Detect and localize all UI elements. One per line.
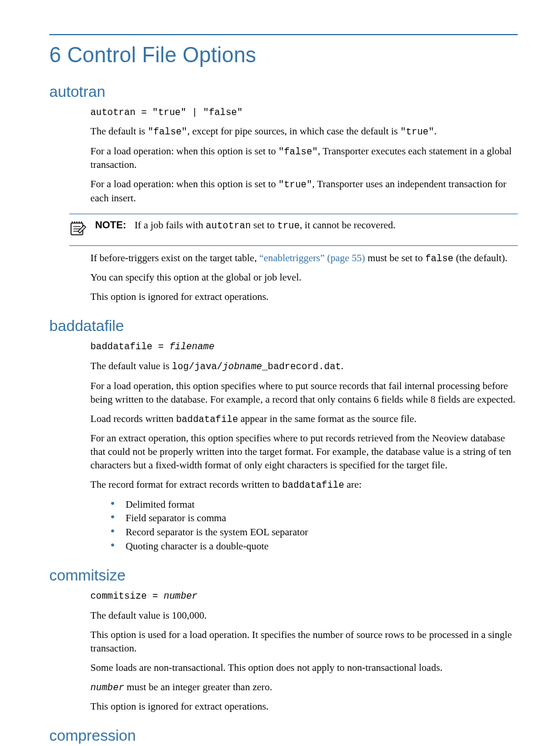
section-heading-commitsize: commitsize [49, 565, 518, 586]
code: baddatafile [282, 480, 345, 491]
text: must be an integer greater than zero. [124, 681, 272, 693]
syntax-autotran: autotran = "true" | "false" [90, 107, 518, 120]
section-heading-baddatafile: baddatafile [49, 316, 518, 336]
link-enabletriggers[interactable]: “enabletriggers” (page 55) [259, 252, 365, 264]
text: are: [344, 479, 362, 490]
ital: jobname [222, 362, 262, 372]
para: The record format for extract records wr… [90, 478, 518, 492]
code: log/java/ [172, 362, 222, 372]
section-body-autotran: autotran = "true" | "false" The default … [90, 107, 518, 205]
para: For a load operation: when this option i… [90, 145, 518, 173]
text: commitsize = [90, 591, 164, 602]
section-body-autotran-2: If before-triggers exist on the target t… [90, 252, 518, 304]
ital: number [90, 683, 124, 693]
text: set to [251, 220, 277, 231]
section-heading-autotran: autotran [49, 82, 518, 102]
list-item: Delimited format [107, 498, 518, 512]
chapter-title: 6 Control File Options [49, 41, 518, 70]
para: This option is used for a load operation… [90, 629, 518, 656]
para: The default value is 100,000. [90, 609, 518, 623]
para: For a load operation, this option specif… [90, 380, 518, 407]
section-heading-compression: compression [49, 725, 518, 746]
code: true [277, 221, 299, 231]
section-body-commitsize: commitsize = number The default value is… [90, 590, 518, 714]
text: baddatafile = [90, 342, 169, 352]
list-item: Quoting character is a double-quote [107, 540, 518, 553]
para: The default value is log/java/jobname_ba… [90, 360, 518, 374]
para: For an extract operation, this option sp… [90, 432, 518, 472]
code: "true" [278, 180, 312, 190]
note-text: NOTE: If a job fails with autotran set t… [95, 219, 518, 233]
para: If before-triggers exist on the target t… [90, 252, 518, 266]
text: The default value is [90, 360, 172, 372]
text: must be set to [365, 252, 425, 264]
ital: filename [169, 342, 214, 352]
section-body-baddatafile: baddatafile = filename The default value… [90, 341, 518, 553]
text: (the default). [453, 252, 507, 264]
code: "false" [148, 127, 187, 137]
para: You can specify this option at the globa… [90, 271, 518, 285]
note-label: NOTE: [95, 220, 126, 231]
text: , except for pipe sources, in which case… [187, 126, 400, 137]
code: _badrecord.dat [262, 362, 340, 372]
code: false [425, 254, 453, 264]
text: The default is [90, 126, 148, 137]
code: autotran [205, 221, 251, 231]
text: Load records written [90, 413, 176, 424]
para: number must be an integer greater than z… [90, 681, 518, 695]
text: For a load operation: when this option i… [90, 146, 278, 157]
text: The record format for extract records wr… [90, 479, 282, 490]
text: . [434, 126, 437, 137]
note-icon [69, 219, 87, 241]
para: Some loads are non-transactional. This o… [90, 661, 518, 675]
list-item: Record separator is the system EOL separ… [107, 526, 518, 539]
code: baddatafile [176, 414, 238, 425]
syntax-baddatafile: baddatafile = filename [90, 341, 518, 354]
text: If a job fails with [134, 220, 205, 231]
text: , it cannot be recovered. [300, 220, 396, 231]
note-box: NOTE: If a job fails with autotran set t… [69, 214, 518, 246]
text: If before-triggers exist on the target t… [90, 252, 259, 264]
page-content: 6 Control File Options autotran autotran… [0, 0, 560, 746]
para: This option is ignored for extract opera… [90, 291, 518, 304]
ital: number [164, 591, 198, 602]
bullet-list: Delimited format Field separator is comm… [107, 498, 518, 554]
top-rule [49, 34, 518, 35]
para: This option is ignored for extract opera… [90, 700, 518, 714]
code: "true" [400, 127, 434, 137]
para: The default is "false", except for pipe … [90, 125, 518, 139]
para: For a load operation: when this option i… [90, 178, 518, 205]
syntax-commitsize: commitsize = number [90, 590, 518, 603]
code: "false" [278, 147, 318, 157]
text: . [341, 360, 343, 372]
text: For a load operation: when this option i… [90, 178, 278, 190]
list-item: Field separator is comma [107, 512, 518, 525]
text: appear in the same format as the source … [238, 413, 417, 424]
para: Load records written baddatafile appear … [90, 413, 518, 427]
